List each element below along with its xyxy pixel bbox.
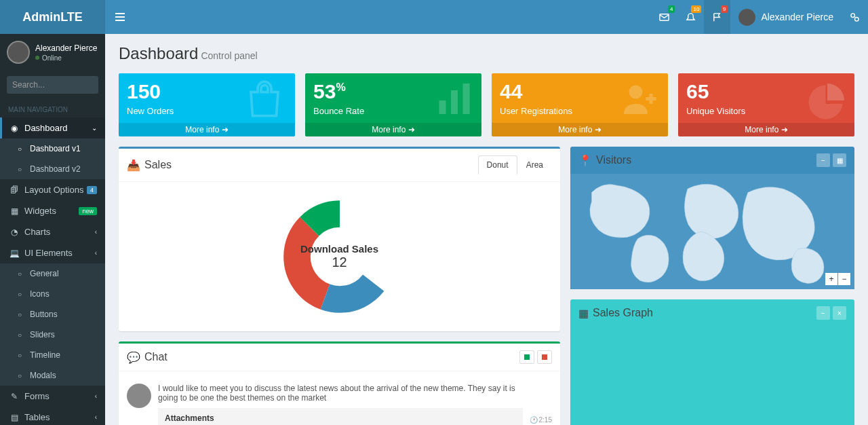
topbar-username: Alexander Pierce (761, 12, 833, 22)
map-zoom-in[interactable]: + (825, 273, 837, 285)
chevron-left-icon: ‹ (95, 392, 97, 400)
sidebar-item-general[interactable]: ○General (0, 263, 105, 284)
arrow-right-icon: ➜ (781, 125, 788, 134)
stat-more-link[interactable]: More info ➜ (119, 123, 295, 136)
world-map[interactable]: + − (570, 174, 854, 289)
topbar-settings[interactable] (842, 0, 868, 34)
nav-header: MAIN NAVIGATION (0, 99, 105, 117)
brand-logo[interactable]: AdminLTE (0, 0, 105, 34)
circle-icon: ○ (14, 311, 26, 318)
arrow-right-icon: ➜ (222, 125, 229, 134)
messages-badge: 4 (668, 5, 675, 13)
dashboard-icon: ◉ (8, 124, 20, 133)
svg-point-7 (855, 17, 859, 21)
collapse-button[interactable]: − (816, 153, 830, 167)
sidebar-item-widgets[interactable]: ▦Widgetsnew (0, 200, 105, 221)
sidebar-item-icons[interactable]: ○Icons (0, 284, 105, 304)
topbar-tasks[interactable]: 9 (704, 0, 730, 34)
topbar: 4 10 9 Alexander Pierce (105, 0, 868, 34)
sidebar-item-forms[interactable]: ✎Forms‹ (0, 386, 105, 407)
content-header: DashboardControl panel (105, 34, 868, 63)
widgets-badge: new (79, 207, 97, 215)
sidebar-item-dashboard[interactable]: ◉ Dashboard ⌄ (0, 117, 105, 138)
topbar-messages[interactable]: 4 (651, 0, 677, 34)
chat-status-online[interactable] (519, 350, 534, 364)
chat-attachment: Attachments Theme-thumbnail-image.jpg Op… (158, 408, 523, 425)
clock-icon: 🕐 (530, 416, 538, 424)
close-button[interactable]: × (833, 306, 846, 320)
bell-icon (686, 12, 696, 22)
sidebar-item-tables[interactable]: ▤Tables‹ (0, 407, 105, 425)
sidebar-item-dashboard-v2[interactable]: ○Dashboard v2 (0, 159, 105, 179)
chat-time: 🕐2:15 (530, 384, 552, 425)
sidebar-item-timeline[interactable]: ○Timeline (0, 345, 105, 365)
circle-icon: ○ (14, 372, 26, 380)
sidebar-item-ui[interactable]: 💻UI Elements‹ (0, 242, 105, 263)
svg-rect-2 (115, 13, 125, 14)
search-input[interactable] (7, 76, 98, 94)
chat-message: I would like to meet you to discuss the … (127, 378, 552, 425)
donut-label: Download Sales (300, 243, 378, 255)
user-status: Online (35, 54, 97, 62)
arrow-right-icon: ➜ (595, 125, 601, 134)
visitors-box: 📍Visitors − ▦ (570, 147, 854, 289)
th-icon: ▦ (578, 307, 589, 320)
sidebar-item-dashboard-v1[interactable]: ○Dashboard v1 (0, 138, 105, 159)
bars-icon (115, 12, 125, 22)
sales-graph-body (570, 327, 854, 425)
sidebar-item-charts[interactable]: ◔Charts‹ (0, 221, 105, 242)
chevron-left-icon: ‹ (95, 249, 97, 257)
calendar-button[interactable]: ▦ (833, 153, 846, 167)
flag-icon (712, 12, 722, 22)
chevron-left-icon: ‹ (95, 228, 97, 236)
sidebar-item-buttons[interactable]: ○Buttons (0, 304, 105, 325)
pie-icon: ◔ (8, 227, 20, 237)
sidebar-item-sliders[interactable]: ○Sliders (0, 325, 105, 345)
circle-icon: ○ (14, 291, 26, 298)
user-name[interactable]: Alexander Pierce (35, 43, 97, 53)
tab-area[interactable]: Area (517, 155, 552, 174)
arrow-right-icon: ➜ (408, 125, 415, 134)
gears-icon (850, 12, 860, 22)
svg-point-11 (629, 86, 643, 99)
map-marker-icon: 📍 (578, 154, 592, 167)
files-icon: 🗐 (8, 185, 20, 195)
svg-rect-5 (660, 14, 669, 20)
bag-icon (248, 80, 288, 121)
svg-rect-8 (439, 100, 446, 114)
collapse-button[interactable]: − (816, 306, 830, 320)
stat-more-link[interactable]: More info ➜ (678, 123, 854, 136)
chat-status-busy[interactable] (537, 350, 552, 364)
tasks-badge: 9 (721, 5, 728, 13)
circle-icon: ○ (14, 270, 26, 278)
user-panel: Alexander Pierce Online (0, 34, 105, 71)
svg-rect-3 (115, 16, 125, 18)
th-icon: ▦ (8, 206, 20, 216)
svg-point-6 (851, 13, 855, 17)
inbox-icon: 📥 (127, 159, 140, 172)
page-subtitle: Control panel (201, 50, 257, 61)
sidebar-item-layout[interactable]: 🗐Layout Options4 (0, 179, 105, 200)
pie-icon (807, 80, 848, 121)
topbar-notifications[interactable]: 10 (677, 0, 704, 34)
layout-badge: 4 (87, 186, 97, 194)
sidebar-item-modals[interactable]: ○Modals (0, 365, 105, 386)
tab-donut[interactable]: Donut (478, 155, 517, 174)
comments-icon: 💬 (127, 351, 140, 364)
page-title: Dashboard (119, 44, 198, 62)
circle-icon: ○ (14, 352, 26, 359)
chat-box: 💬Chat I would like to meet you to discus… (119, 341, 560, 425)
person-add-icon (620, 80, 661, 121)
chevron-down-icon: ⌄ (92, 124, 97, 132)
sales-donut-chart: Download Sales 12 (127, 189, 552, 325)
map-zoom-out[interactable]: − (838, 273, 850, 285)
table-icon: ▤ (8, 413, 20, 422)
circle-icon: ○ (14, 166, 26, 173)
topbar-user[interactable]: Alexander Pierce (730, 0, 842, 34)
circle-icon: ○ (14, 145, 26, 153)
stat-more-link[interactable]: More info ➜ (492, 123, 668, 136)
stat-more-link[interactable]: More info ➜ (305, 123, 481, 136)
avatar (738, 9, 755, 26)
sidebar-toggle[interactable] (105, 0, 135, 34)
stat-new-orders: 150New Orders More info ➜ (119, 73, 295, 136)
